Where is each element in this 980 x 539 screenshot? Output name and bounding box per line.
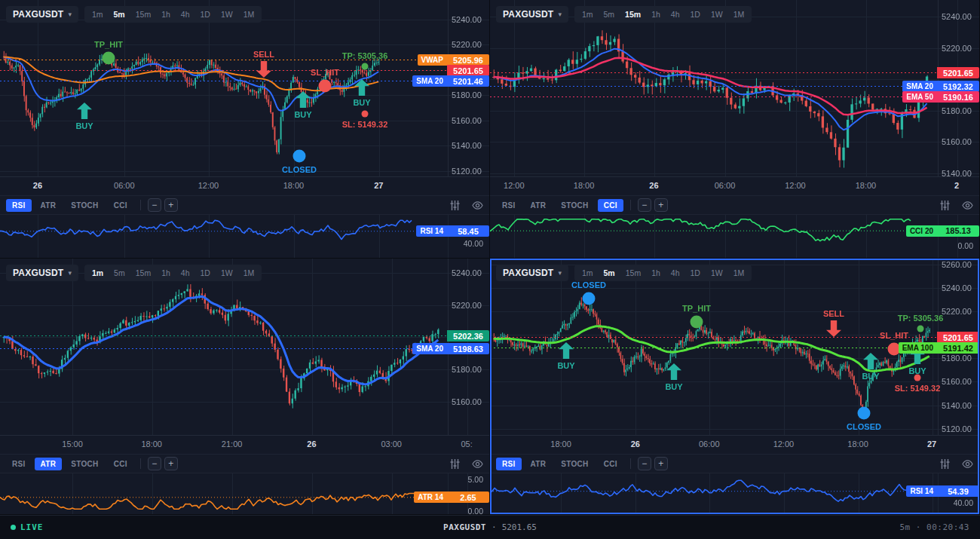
candlestick-canvas[interactable] [0, 0, 490, 176]
timeframe-5m[interactable]: 5m [599, 267, 620, 279]
x-axis[interactable]: 18:002606:0012:0018:0027 [490, 435, 979, 454]
timeframe-4h[interactable]: 4h [176, 267, 194, 279]
timeframe-1W[interactable]: 1W [216, 8, 237, 20]
price-tag: EMA 1005191.42 [899, 342, 979, 354]
indicator-toolbar: RSIATRSTOCHCCI−+ [490, 195, 979, 215]
settings-sliders-icon[interactable] [449, 199, 461, 211]
x-axis[interactable]: 15:0018:0021:002603:0005: [0, 435, 489, 454]
zoom-out-button[interactable]: − [148, 457, 161, 470]
visibility-eye-icon[interactable] [471, 458, 483, 470]
timeframe-1W[interactable]: 1W [706, 8, 727, 20]
indicator-tag-name: CCI 20 [906, 225, 937, 237]
timeframe-1h[interactable]: 1h [647, 267, 665, 279]
marker-label: BUY [557, 361, 574, 370]
timeframe-1m[interactable]: 1m [87, 267, 108, 279]
timeframe-4h[interactable]: 4h [176, 8, 194, 20]
timeframe-1D[interactable]: 1D [196, 8, 215, 20]
x-axis-label: 26 [631, 439, 640, 449]
indicator-tab-cci[interactable]: CCI [108, 199, 133, 212]
settings-sliders-icon[interactable] [939, 199, 951, 211]
marker-label: CLOSED [282, 165, 317, 174]
price-chart[interactable]: 5240.005220.005180.005160.005202.36SMA 2… [0, 259, 489, 435]
timeframe-1W[interactable]: 1W [216, 267, 237, 279]
x-axis[interactable]: 2606:0012:0018:0027 [0, 176, 489, 195]
y-axis-label: 5120.00 [452, 167, 482, 176]
timeframe-1D[interactable]: 1D [686, 267, 705, 279]
timeframe-1D[interactable]: 1D [686, 8, 705, 20]
timeframe-1D[interactable]: 1D [196, 267, 215, 279]
symbol-selector[interactable]: PAXGUSDT▾ [496, 265, 568, 281]
zoom-out-button[interactable]: − [638, 198, 651, 212]
y-axis-label: 5220.00 [452, 40, 482, 49]
indicator-tab-cci[interactable]: CCI [108, 458, 133, 470]
timeframe-1h[interactable]: 1h [647, 8, 665, 20]
price-chart[interactable]: 5240.005220.005180.005160.005140.005120.… [0, 0, 489, 176]
timeframe-5m[interactable]: 5m [109, 267, 130, 279]
settings-sliders-icon[interactable] [449, 458, 461, 470]
settings-sliders-icon[interactable] [939, 458, 951, 470]
zoom-in-button[interactable]: + [654, 198, 668, 212]
timeframe-1h[interactable]: 1h [157, 8, 175, 20]
timeframe-1m[interactable]: 1m [87, 8, 108, 20]
indicator-chart[interactable]: CCI 20185.130.00 [490, 215, 979, 258]
live-label: LIVE [20, 522, 44, 532]
x-axis[interactable]: 12:0018:002606:0012:0018:002 [490, 176, 979, 195]
indicator-tab-atr[interactable]: ATR [35, 199, 63, 212]
symbol-selector[interactable]: PAXGUSDT▾ [6, 265, 78, 281]
visibility-eye-icon[interactable] [961, 199, 973, 211]
timeframe-5m[interactable]: 5m [109, 8, 130, 20]
timeframe-15m[interactable]: 15m [620, 8, 645, 20]
timeframe-15m[interactable]: 15m [131, 8, 155, 20]
zoom-in-button[interactable]: + [654, 457, 668, 470]
indicator-tab-rsi[interactable]: RSI [496, 199, 522, 212]
indicator-tab-atr[interactable]: ATR [35, 458, 63, 470]
trade-event-icon [103, 52, 115, 65]
indicator-tab-stoch[interactable]: STOCH [65, 458, 104, 470]
indicator-tab-rsi[interactable]: RSI [496, 458, 522, 470]
timeframe-1h[interactable]: 1h [157, 267, 175, 279]
price-chart[interactable]: 5240.005220.005180.005160.005140.005201.… [490, 0, 979, 176]
timeframe-1m[interactable]: 1m [577, 267, 598, 279]
zoom-out-button[interactable]: − [638, 457, 651, 470]
y-axis[interactable]: 5240.005220.005180.005160.005140.005120.… [447, 0, 489, 176]
timeframe-1M[interactable]: 1M [729, 8, 749, 20]
live-indicator: LIVE [11, 522, 44, 532]
indicator-chart[interactable]: RSI 1458.4540.00 [0, 215, 489, 258]
indicator-tab-atr[interactable]: ATR [525, 458, 553, 470]
indicator-tab-cci[interactable]: CCI [598, 199, 623, 212]
indicator-chart[interactable]: RSI 1454.3940.00 [490, 473, 979, 514]
timeframe-4h[interactable]: 4h [666, 267, 684, 279]
indicator-tab-cci[interactable]: CCI [598, 458, 623, 470]
trade-event-icon [293, 150, 306, 163]
indicator-tab-stoch[interactable]: STOCH [65, 199, 104, 212]
x-axis-label: 18:00 [141, 439, 162, 449]
timeframe-1M[interactable]: 1M [239, 267, 259, 279]
timeframe-1M[interactable]: 1M [239, 8, 259, 20]
zoom-out-button[interactable]: − [148, 198, 161, 212]
marker-label: TP_HIT [94, 40, 123, 49]
visibility-eye-icon[interactable] [471, 199, 483, 211]
zoom-in-button[interactable]: + [164, 198, 178, 212]
indicator-tab-stoch[interactable]: STOCH [555, 458, 594, 470]
indicator-tab-rsi[interactable]: RSI [6, 199, 32, 212]
timeframe-15m[interactable]: 15m [621, 267, 645, 279]
indicator-tab-rsi[interactable]: RSI [6, 458, 32, 470]
price-chart[interactable]: 5260.005240.005220.005180.005160.005140.… [490, 259, 979, 435]
marker-label: BUY [353, 98, 370, 107]
timeframe-5m[interactable]: 5m [599, 8, 620, 20]
indicator-toolbar: RSIATRSTOCHCCI−+ [0, 195, 489, 215]
price-tag-value: 5201.46 [447, 75, 489, 87]
symbol-selector[interactable]: PAXGUSDT▾ [6, 6, 78, 23]
indicator-tab-stoch[interactable]: STOCH [555, 199, 594, 212]
symbol-selector[interactable]: PAXGUSDT▾ [496, 6, 568, 23]
zoom-in-button[interactable]: + [164, 457, 178, 470]
indicator-chart[interactable]: ATR 142.655.000.00 [0, 473, 489, 514]
indicator-tab-atr[interactable]: ATR [525, 199, 553, 212]
visibility-eye-icon[interactable] [961, 458, 973, 470]
timeframe-1M[interactable]: 1M [729, 267, 749, 279]
timeframe-15m[interactable]: 15m [131, 267, 155, 279]
timeframe-1W[interactable]: 1W [706, 267, 727, 279]
timeframe-1m[interactable]: 1m [577, 8, 598, 20]
price-tag-value: 5191.42 [937, 342, 979, 354]
timeframe-4h[interactable]: 4h [666, 8, 684, 20]
